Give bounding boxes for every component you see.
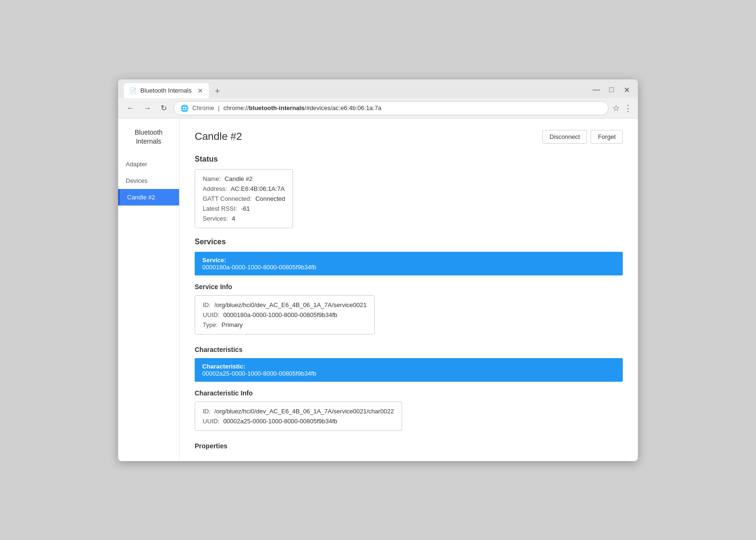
header-buttons: Disconnect Forget <box>542 130 623 144</box>
bookmark-icon[interactable]: ☆ <box>612 103 620 113</box>
status-services-row: Services: 4 <box>203 215 285 222</box>
disconnect-button[interactable]: Disconnect <box>542 130 587 144</box>
address-bar[interactable]: 🌐 Chrome | chrome://bluetooth-internals/… <box>173 101 609 115</box>
forward-button[interactable]: → <box>141 102 154 114</box>
sidebar-nav: Adapter Devices Candle #2 <box>118 156 179 206</box>
page-content: Bluetooth Internals Adapter Devices Cand… <box>118 119 638 461</box>
toolbar: ← → ↻ 🌐 Chrome | chrome://bluetooth-inte… <box>118 98 638 119</box>
active-tab[interactable]: 📄 Bluetooth Internals ✕ <box>124 83 209 98</box>
status-info-box: Name: Candle #2 Address: AC:E6:4B:06:1A:… <box>195 169 293 228</box>
device-title: Candle #2 <box>195 130 242 143</box>
new-tab-button[interactable]: + <box>211 85 224 98</box>
service-type-row: Type: Primary <box>203 321 367 328</box>
properties-title: Properties <box>195 442 623 450</box>
char-id-label: ID: <box>203 408 211 415</box>
tab-close-button[interactable]: ✕ <box>198 87 203 94</box>
gatt-label: GATT Connected: <box>203 195 252 202</box>
window-controls: — □ ✕ <box>591 86 632 98</box>
sidebar-item-devices[interactable]: Devices <box>118 172 179 189</box>
service-bar[interactable]: Service: 0000180a-0000-1000-8000-00805f9… <box>195 252 623 275</box>
rssi-label: Latest RSSI: <box>203 205 237 212</box>
service-info-section: Service Info ID: /org/bluez/hci0/dev_AC_… <box>195 283 623 338</box>
services-section: Services Service: 0000180a-0000-1000-800… <box>195 238 623 450</box>
toolbar-actions: ☆ ⋮ <box>612 103 632 113</box>
address-host: bluetooth-internals <box>249 104 305 111</box>
service-id-label: ID: <box>203 301 211 309</box>
title-bar: 📄 Bluetooth Internals ✕ + — □ ✕ <box>118 79 638 98</box>
sidebar-title: Bluetooth Internals <box>118 128 179 156</box>
service-type-value: Primary <box>222 321 243 328</box>
service-type-label: Type: <box>203 321 218 328</box>
service-info-title: Service Info <box>195 283 623 291</box>
services-value: 4 <box>232 215 235 222</box>
maximize-button[interactable]: □ <box>606 86 617 94</box>
status-title: Status <box>195 155 623 163</box>
char-bar-value: 00002a25-0000-1000-8000-00805f9b34fb <box>202 370 615 377</box>
minimize-button[interactable]: — <box>591 86 602 94</box>
char-id-row: ID: /org/bluez/hci0/dev_AC_E6_4B_06_1A_7… <box>203 408 394 415</box>
sidebar-item-candle2[interactable]: Candle #2 <box>118 189 179 206</box>
char-uuid-row: UUID: 00002a25-0000-1000-8000-00805f9b34… <box>203 418 394 425</box>
characteristics-section: Characteristics Characteristic: 00002a25… <box>195 346 623 450</box>
status-address-row: Address: AC:E6:4B:06:1A:7A <box>203 185 285 192</box>
device-header: Candle #2 Disconnect Forget <box>195 130 623 144</box>
service-uuid-row: UUID: 0000180a-0000-1000-8000-00805f9b34… <box>203 311 367 318</box>
sidebar: Bluetooth Internals Adapter Devices Cand… <box>118 119 180 461</box>
site-info-icon: 🌐 <box>180 104 189 112</box>
browser-window: 📄 Bluetooth Internals ✕ + — □ ✕ ← → ↻ 🌐 … <box>118 79 638 461</box>
status-rssi-row: Latest RSSI: -61 <box>203 205 285 212</box>
address-post: /#devices/ac:e6:4b:06:1a:7a <box>305 104 382 111</box>
status-name-row: Name: Candle #2 <box>203 175 285 182</box>
gatt-value: Connected <box>256 195 285 202</box>
service-uuid-value: 0000180a-0000-1000-8000-00805f9b34fb <box>223 311 337 318</box>
address-pre: chrome:// <box>223 104 249 111</box>
status-gatt-row: GATT Connected: Connected <box>203 195 285 202</box>
main-content: Candle #2 Disconnect Forget Status Name:… <box>180 119 638 461</box>
address-url: chrome://bluetooth-internals/#devices/ac… <box>223 104 382 111</box>
char-id-value: /org/bluez/hci0/dev_AC_E6_4B_06_1A_7A/se… <box>215 408 394 415</box>
window-close-button[interactable]: ✕ <box>621 86 632 94</box>
tab-title: Bluetooth Internals <box>140 87 191 94</box>
char-uuid-value: 00002a25-0000-1000-8000-00805f9b34fb <box>223 418 337 425</box>
characteristic-info-section: Characteristic Info ID: /org/bluez/hci0/… <box>195 389 623 435</box>
char-uuid-label: UUID: <box>203 418 219 425</box>
service-uuid-label: UUID: <box>203 311 219 318</box>
char-info-box: ID: /org/bluez/hci0/dev_AC_E6_4B_06_1A_7… <box>195 402 402 431</box>
name-label: Name: <box>203 175 221 182</box>
char-bar-label: Characteristic: <box>202 363 615 370</box>
status-section: Status Name: Candle #2 Address: AC:E6:4B… <box>195 155 623 238</box>
address-separator: | <box>218 104 219 111</box>
services-title: Services <box>195 238 623 246</box>
reload-button[interactable]: ↻ <box>158 102 170 114</box>
char-info-title: Characteristic Info <box>195 389 623 397</box>
menu-icon[interactable]: ⋮ <box>624 103 632 113</box>
characteristics-title: Characteristics <box>195 346 623 353</box>
service-bar-label: Service: <box>202 257 615 264</box>
forget-button[interactable]: Forget <box>591 130 623 144</box>
service-id-value: /org/bluez/hci0/dev_AC_E6_4B_06_1A_7A/se… <box>215 301 367 309</box>
back-button[interactable]: ← <box>124 102 137 114</box>
tab-page-icon: 📄 <box>129 87 137 94</box>
address-value: AC:E6:4B:06:1A:7A <box>231 185 284 192</box>
service-id-row: ID: /org/bluez/hci0/dev_AC_E6_4B_06_1A_7… <box>203 301 367 309</box>
service-info-box: ID: /org/bluez/hci0/dev_AC_E6_4B_06_1A_7… <box>195 295 375 334</box>
browser-brand: Chrome <box>192 104 214 111</box>
characteristic-bar[interactable]: Characteristic: 00002a25-0000-1000-8000-… <box>195 358 623 382</box>
sidebar-item-adapter[interactable]: Adapter <box>118 156 179 172</box>
services-label: Services: <box>203 215 228 222</box>
address-label: Address: <box>203 185 227 192</box>
name-value: Candle #2 <box>224 175 252 182</box>
service-bar-value: 0000180a-0000-1000-8000-00805f9b34fb <box>202 264 615 271</box>
rssi-value: -61 <box>241 205 250 212</box>
